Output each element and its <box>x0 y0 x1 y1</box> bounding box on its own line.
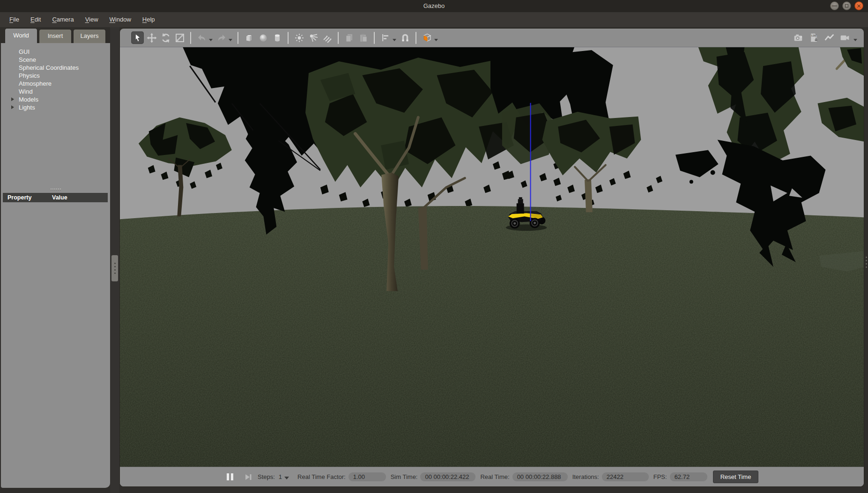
window-title: Gazebo <box>0 0 868 12</box>
robot-sensor-mast <box>517 203 524 213</box>
value-column-header: Value <box>52 193 67 202</box>
box-shape-icon[interactable] <box>243 31 255 44</box>
toolbar: LOG <box>120 29 864 47</box>
fps-label: FPS: <box>653 473 667 480</box>
tab-layers[interactable]: Layers <box>73 29 106 43</box>
toolbar-separator <box>288 32 289 44</box>
menu-edit[interactable]: Edit <box>25 12 46 27</box>
step-button[interactable] <box>244 472 253 482</box>
log-record-icon[interactable]: LOG <box>808 31 820 44</box>
tree-item-models[interactable]: Models <box>1 96 110 103</box>
dropdown-caret[interactable] <box>393 39 396 41</box>
tree-item-atmosphere[interactable]: Atmosphere <box>1 80 110 88</box>
scale-tool-icon[interactable] <box>173 31 186 44</box>
menu-camera[interactable]: Camera <box>46 12 79 27</box>
titlebar[interactable]: Gazebo — ✕ <box>0 0 868 12</box>
gazebo-window: Gazebo — ✕ File Edit Camera View Window … <box>0 0 868 493</box>
tab-insert[interactable]: Insert <box>39 29 72 43</box>
iterations-label: Iterations: <box>572 473 599 480</box>
panel-splitter-handle[interactable] <box>1 187 110 191</box>
select-tool-icon[interactable] <box>131 31 144 44</box>
toolbar-separator <box>415 32 416 44</box>
pause-button[interactable] <box>225 472 235 482</box>
rotate-tool-icon[interactable] <box>159 31 172 44</box>
tree-item-scene[interactable]: Scene <box>1 56 110 64</box>
maximize-button[interactable] <box>842 1 851 10</box>
toolbar-separator <box>190 32 191 44</box>
menu-view[interactable]: View <box>80 12 104 27</box>
video-record-icon[interactable] <box>838 31 851 44</box>
paste-icon[interactable] <box>357 31 370 44</box>
tree-item-lights[interactable]: Lights <box>1 103 110 111</box>
property-table-header: Property Value <box>3 193 108 202</box>
world-panel: GUI Scene Spherical Coordinates Physics … <box>1 43 110 488</box>
window-controls: — ✕ <box>830 1 863 10</box>
toolbar-right-group: LOG <box>792 31 864 44</box>
menubar: File Edit Camera View Window Help <box>0 12 868 27</box>
steps-value[interactable]: 1 <box>279 473 282 480</box>
dropdown-caret[interactable] <box>434 39 438 41</box>
fps-field[interactable]: 62.72 <box>670 472 707 481</box>
tree-item-wind[interactable]: Wind <box>1 88 110 96</box>
minimize-button[interactable]: — <box>830 1 839 10</box>
right-splitter-handle[interactable] <box>866 257 867 268</box>
menu-help[interactable]: Help <box>137 12 161 27</box>
toolbar-separator <box>237 32 238 44</box>
splitter-handle[interactable] <box>111 255 118 281</box>
sim-time-field[interactable]: 00 00:00:22.422 <box>420 472 475 481</box>
tree-item-gui[interactable]: GUI <box>1 48 110 56</box>
directional-light-icon[interactable] <box>321 31 334 44</box>
svg-text:LOG: LOG <box>811 34 816 37</box>
snap-tool-icon[interactable] <box>399 31 411 44</box>
view-angle-icon[interactable] <box>421 31 433 44</box>
expand-arrow-icon[interactable] <box>11 97 14 101</box>
simulation-scene <box>120 47 864 467</box>
undo-icon[interactable] <box>195 31 208 44</box>
sphere-shape-icon[interactable] <box>257 31 269 44</box>
redo-icon[interactable] <box>215 31 228 44</box>
steps-dropdown-caret[interactable] <box>284 477 289 479</box>
sim-time-label: Sim Time: <box>391 473 418 480</box>
steps-label: Steps: <box>258 473 275 480</box>
align-tool-icon[interactable] <box>379 31 392 44</box>
toolbar-separator <box>338 32 339 44</box>
dropdown-caret[interactable] <box>229 39 232 41</box>
expand-arrow-icon[interactable] <box>11 105 14 109</box>
point-light-icon[interactable] <box>293 31 305 44</box>
close-button[interactable]: ✕ <box>854 1 863 10</box>
dropdown-caret[interactable] <box>209 39 213 41</box>
real-time-field[interactable]: 00 00:00:22.888 <box>512 472 568 481</box>
tab-world[interactable]: World <box>5 28 37 43</box>
dropdown-caret[interactable] <box>853 39 857 41</box>
plot-icon[interactable] <box>823 31 836 44</box>
copy-icon[interactable] <box>343 31 356 44</box>
vertical-splitter[interactable] <box>110 27 119 493</box>
world-tree: GUI Scene Spherical Coordinates Physics … <box>1 43 110 111</box>
cylinder-shape-icon[interactable] <box>271 31 283 44</box>
real-time-label: Real Time: <box>480 473 509 480</box>
reset-time-button[interactable]: Reset Time <box>713 471 759 483</box>
toolbar-separator <box>374 32 375 44</box>
render-viewport-3d[interactable] <box>120 47 864 467</box>
property-table-body[interactable] <box>3 202 108 485</box>
panel-tabs: World Insert Layers <box>1 28 110 43</box>
main-area: LOG <box>119 28 864 487</box>
rtf-field[interactable]: 1.00 <box>349 472 386 481</box>
spot-light-icon[interactable] <box>307 31 319 44</box>
iterations-field[interactable]: 22422 <box>602 472 649 481</box>
menu-window[interactable]: Window <box>104 12 137 27</box>
property-column-header: Property <box>3 193 52 202</box>
menu-file[interactable]: File <box>4 12 25 27</box>
tree-item-spherical-coordinates[interactable]: Spherical Coordinates <box>1 64 110 72</box>
translate-tool-icon[interactable] <box>145 31 158 44</box>
statusbar: Steps: 1 Real Time Factor: 1.00 Sim Time… <box>120 467 864 486</box>
tree-item-physics[interactable]: Physics <box>1 72 110 80</box>
rtf-label: Real Time Factor: <box>297 473 346 480</box>
left-panel: World Insert Layers GUI Scene Spherical … <box>1 28 110 488</box>
screenshot-camera-icon[interactable] <box>792 31 805 44</box>
